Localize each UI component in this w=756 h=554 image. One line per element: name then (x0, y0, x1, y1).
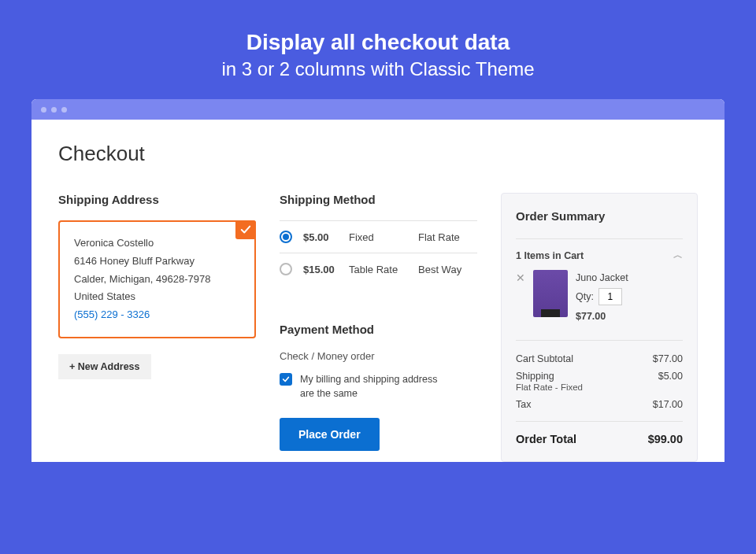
shipping-label: Shipping (516, 371, 554, 382)
hero-banner: Display all checkout data in 3 or 2 colu… (0, 0, 756, 99)
items-count: 1 Items in Cart (516, 250, 584, 261)
summary-title: Order Summary (516, 209, 683, 223)
qty-label: Qty: (576, 289, 594, 305)
shipping-type: Fixed (349, 231, 418, 243)
billing-same-label: My billing and shipping address are the … (300, 373, 442, 401)
radio-icon[interactable] (280, 231, 292, 243)
qty-input[interactable] (598, 288, 622, 305)
shipping-address-title: Shipping Address (58, 193, 256, 206)
tax-value: $17.00 (653, 399, 683, 410)
window-dot (51, 107, 57, 113)
subtotal-value: $77.00 (653, 353, 683, 364)
billing-same-checkbox-row[interactable]: My billing and shipping address are the … (280, 373, 477, 401)
checkbox-checked-icon[interactable] (280, 373, 292, 386)
window-titlebar (32, 99, 724, 120)
address-street: 6146 Honey Bluff Parkway (74, 253, 240, 271)
order-total-value: $99.00 (648, 433, 683, 445)
address-country: United States (74, 288, 240, 306)
page-title: Checkout (58, 142, 698, 166)
shipping-method-title: Shipping Method (280, 193, 477, 206)
address-phone[interactable]: (555) 229 - 3326 (74, 306, 240, 324)
address-name: Veronica Costello (74, 235, 240, 253)
item-price: $77.00 (576, 308, 683, 325)
shipping-price: $15.00 (303, 264, 349, 275)
payment-type: Check / Money order (280, 350, 477, 362)
subtotal-label: Cart Subtotal (516, 353, 573, 364)
window-dot (61, 107, 67, 113)
shipping-price: $5.00 (303, 231, 349, 243)
cart-items-toggle[interactable]: 1 Items in Cart ︿ (516, 238, 683, 262)
address-card[interactable]: Veronica Costello 6146 Honey Bluff Parkw… (58, 220, 256, 338)
hero-title: Display all checkout data (0, 30, 756, 55)
item-name: Juno Jacket (576, 270, 683, 286)
shipping-value: $5.00 (658, 371, 683, 393)
hero-subtitle: in 3 or 2 columns with Classic Theme (0, 58, 756, 80)
remove-item-icon[interactable]: ✕ (516, 271, 525, 284)
shipping-option[interactable]: $5.00 Fixed Flat Rate (280, 220, 477, 253)
window-dot (41, 107, 46, 113)
order-total-label: Order Total (516, 433, 576, 445)
selected-check-icon (235, 220, 256, 239)
place-order-button[interactable]: Place Order (280, 418, 380, 451)
tax-label: Tax (516, 399, 531, 410)
browser-window: Checkout Shipping Address Veronica Coste… (32, 99, 724, 462)
new-address-button[interactable]: + New Address (58, 354, 151, 379)
product-thumbnail (533, 270, 568, 317)
radio-icon[interactable] (280, 263, 292, 275)
order-summary: Order Summary 1 Items in Cart ︿ ✕ Juno J… (501, 193, 698, 462)
shipping-option[interactable]: $15.00 Table Rate Best Way (280, 253, 477, 285)
shipping-type: Table Rate (349, 264, 418, 275)
chevron-up-icon: ︿ (673, 249, 683, 262)
shipping-carrier: Flat Rate (418, 231, 460, 243)
shipping-carrier: Best Way (418, 264, 461, 275)
address-city: Calder, Michigan, 49628-7978 (74, 271, 240, 289)
shipping-sublabel: Flat Rate - Fixed (516, 382, 583, 392)
payment-method-title: Payment Method (280, 323, 477, 336)
cart-item: ✕ Juno Jacket Qty: $77.00 (516, 270, 683, 326)
